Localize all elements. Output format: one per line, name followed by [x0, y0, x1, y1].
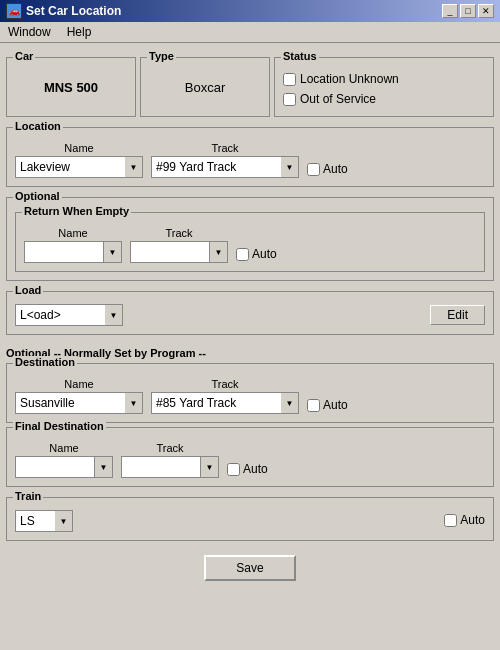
return-auto-label: Auto: [252, 247, 277, 261]
return-auto-checkbox[interactable]: [236, 248, 249, 261]
final-track-label: Track: [121, 442, 219, 454]
load-arrow[interactable]: ▼: [105, 304, 123, 326]
location-unknown-label: Location Unknown: [300, 72, 399, 86]
car-panel: Car MNS 500: [6, 57, 136, 117]
final-auto-group: Auto: [227, 462, 268, 478]
location-track-group: Track #99 Yard Track ▼: [151, 142, 299, 178]
final-auto-label: Auto: [243, 462, 268, 476]
final-name-group: Name ▼: [15, 442, 113, 478]
location-unknown-checkbox[interactable]: [283, 73, 296, 86]
final-track-group: Track ▼: [121, 442, 219, 478]
location-auto-label: Auto: [323, 162, 348, 176]
dest-track-select-wrapper: #85 Yard Track ▼: [151, 392, 299, 414]
return-track-group: Track ▼: [130, 227, 228, 263]
load-select[interactable]: L<oad>: [15, 304, 105, 326]
train-section: Train LS ▼ Auto: [6, 497, 494, 541]
dest-name-select-wrapper: Susanville ▼: [15, 392, 143, 414]
out-of-service-checkbox[interactable]: [283, 93, 296, 106]
final-auto-checkbox[interactable]: [227, 463, 240, 476]
location-track-select-wrapper: #99 Yard Track ▼: [151, 156, 299, 178]
final-track-input[interactable]: [121, 456, 201, 478]
dest-name-select[interactable]: Susanville: [15, 392, 125, 414]
title-bar: 🚗 Set Car Location _ □ ✕: [0, 0, 500, 22]
dest-name-arrow[interactable]: ▼: [125, 392, 143, 414]
out-of-service-label: Out of Service: [300, 92, 376, 106]
final-destination-section: Final Destination Name ▼ Track ▼: [6, 427, 494, 487]
return-name-label: Name: [24, 227, 122, 239]
dest-name-label: Name: [15, 378, 143, 390]
dest-track-select[interactable]: #85 Yard Track: [151, 392, 281, 414]
title-bar-left: 🚗 Set Car Location: [6, 3, 121, 19]
dest-name-group: Name Susanville ▼: [15, 378, 143, 414]
train-select[interactable]: LS: [15, 510, 55, 532]
save-row: Save: [6, 555, 494, 581]
location-section-label: Location: [13, 120, 63, 132]
dest-auto-label: Auto: [323, 398, 348, 412]
location-name-select[interactable]: Lakeview: [15, 156, 125, 178]
load-select-wrapper: L<oad> ▼: [15, 304, 123, 326]
return-when-empty-subsection: Return When Empty Name ▼ Track ▼: [15, 212, 485, 272]
location-track-label: Track: [151, 142, 299, 154]
train-arrow[interactable]: ▼: [55, 510, 73, 532]
return-fields: Name ▼ Track ▼ Auto: [24, 227, 476, 263]
dest-track-group: Track #85 Yard Track ▼: [151, 378, 299, 414]
minimize-button[interactable]: _: [442, 4, 458, 18]
save-button[interactable]: Save: [204, 555, 295, 581]
train-auto-label: Auto: [460, 513, 485, 527]
destination-section: Destination Name Susanville ▼ Track: [6, 363, 494, 423]
return-auto-group: Auto: [236, 247, 277, 263]
final-track-select-wrapper: ▼: [121, 456, 219, 478]
location-section: Location Name Lakeview ▼ Track #99 Yard …: [6, 127, 494, 187]
location-name-group: Name Lakeview ▼: [15, 142, 143, 178]
final-track-arrow[interactable]: ▼: [201, 456, 219, 478]
load-section-label: Load: [13, 284, 43, 296]
type-panel: Type Boxcar: [140, 57, 270, 117]
return-track-input[interactable]: [130, 241, 210, 263]
return-track-arrow[interactable]: ▼: [210, 241, 228, 263]
type-value: Boxcar: [185, 80, 225, 95]
edit-button[interactable]: Edit: [430, 305, 485, 325]
dest-track-label: Track: [151, 378, 299, 390]
menu-window[interactable]: Window: [4, 24, 55, 40]
dest-track-arrow[interactable]: ▼: [281, 392, 299, 414]
car-value: MNS 500: [44, 80, 98, 95]
optional-normal-header: Optional -- Normally Set by Program --: [6, 345, 494, 361]
menu-bar: Window Help: [0, 22, 500, 43]
return-track-select-wrapper: ▼: [130, 241, 228, 263]
final-name-arrow[interactable]: ▼: [95, 456, 113, 478]
app-icon: 🚗: [6, 3, 22, 19]
return-name-input[interactable]: [24, 241, 104, 263]
type-label: Type: [147, 50, 176, 62]
return-when-empty-label: Return When Empty: [22, 205, 131, 217]
optional-normal-section: Optional -- Normally Set by Program -- D…: [6, 339, 494, 487]
location-name-arrow[interactable]: ▼: [125, 156, 143, 178]
maximize-button[interactable]: □: [460, 4, 476, 18]
return-name-group: Name ▼: [24, 227, 122, 263]
dest-auto-group: Auto: [307, 398, 348, 414]
dest-auto-checkbox[interactable]: [307, 399, 320, 412]
train-row: LS ▼ Auto: [15, 510, 485, 532]
location-name-label: Name: [15, 142, 143, 154]
final-name-label: Name: [15, 442, 113, 454]
destination-label: Destination: [13, 356, 77, 368]
load-row: L<oad> ▼ Edit: [15, 304, 485, 326]
location-track-arrow[interactable]: ▼: [281, 156, 299, 178]
train-select-wrapper: LS ▼: [15, 510, 73, 532]
close-button[interactable]: ✕: [478, 4, 494, 18]
location-auto-checkbox[interactable]: [307, 163, 320, 176]
menu-help[interactable]: Help: [63, 24, 96, 40]
main-content: Car MNS 500 Type Boxcar Status Location …: [0, 43, 500, 587]
car-label: Car: [13, 50, 35, 62]
destination-fields: Name Susanville ▼ Track #85 Yard Track: [15, 378, 485, 414]
return-name-arrow[interactable]: ▼: [104, 241, 122, 263]
location-unknown-row: Location Unknown: [283, 72, 485, 86]
location-track-select[interactable]: #99 Yard Track: [151, 156, 281, 178]
location-name-select-wrapper: Lakeview ▼: [15, 156, 143, 178]
return-track-label: Track: [130, 227, 228, 239]
final-name-input[interactable]: [15, 456, 95, 478]
location-fields: Name Lakeview ▼ Track #99 Yard Track ▼: [15, 142, 485, 178]
location-auto-group: Auto: [307, 162, 348, 178]
status-panel: Status Location Unknown Out of Service: [274, 57, 494, 117]
load-section: Load L<oad> ▼ Edit: [6, 291, 494, 335]
train-auto-checkbox[interactable]: [444, 514, 457, 527]
